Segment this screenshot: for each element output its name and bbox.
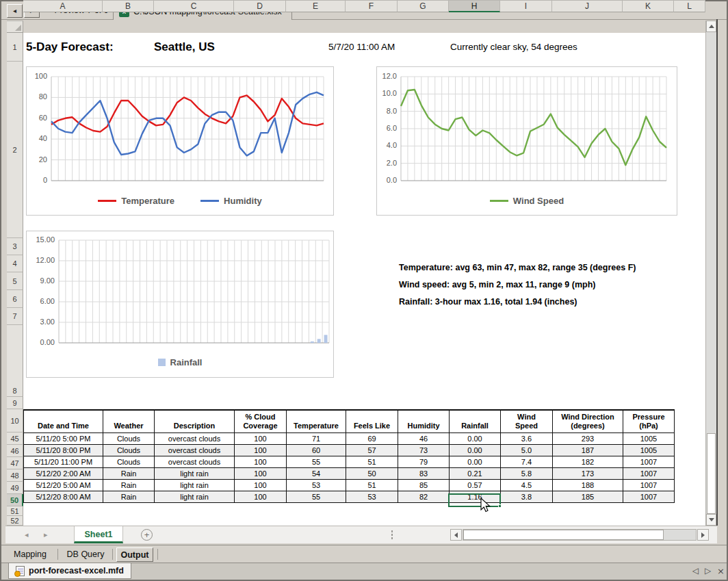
table-cell[interactable]: Clouds (103, 456, 155, 468)
table-cell[interactable]: 79 (398, 456, 450, 468)
table-cell[interactable]: 51 (346, 456, 398, 468)
table-cell[interactable]: 55 (287, 456, 346, 468)
horizontal-scrollbar[interactable] (463, 529, 697, 541)
table-header-cell[interactable]: WindSpeed (501, 411, 553, 433)
column-header-K[interactable]: K (623, 0, 674, 12)
table-cell[interactable]: 5/11/20 8:00 PM (24, 445, 103, 456)
table-cell[interactable]: Rain (103, 491, 155, 503)
table-cell[interactable]: 5.0 (501, 445, 553, 456)
row-header-51[interactable]: 51 (7, 506, 23, 516)
scroll-down-button[interactable] (706, 514, 716, 526)
row-header-5[interactable]: 5 (7, 272, 23, 290)
select-all-corner[interactable] (7, 21, 23, 33)
selected-cell-outline[interactable] (448, 493, 501, 507)
table-cell[interactable]: light rain (155, 480, 235, 491)
column-header-A[interactable]: A (23, 0, 103, 12)
table-cell[interactable]: 0.00 (450, 456, 501, 468)
table-cell[interactable]: 100 (235, 480, 287, 491)
table-cell[interactable]: 1007 (623, 491, 675, 503)
column-header-E[interactable]: E (286, 0, 346, 12)
table-cell[interactable]: 5/11/20 5:00 PM (24, 433, 103, 445)
table-cell[interactable]: 53 (287, 480, 346, 491)
fill-handle[interactable] (498, 504, 502, 508)
scroll-up-button[interactable] (706, 21, 716, 32)
table-cell[interactable]: 55 (287, 491, 346, 503)
row-header-10[interactable]: 10 (7, 409, 23, 432)
table-cell[interactable]: Clouds (103, 445, 155, 456)
row-header-9[interactable]: 9 (7, 397, 23, 409)
column-header-F[interactable]: F (346, 0, 398, 12)
sheet-nav-next-button[interactable]: ▸ (44, 530, 48, 539)
row-header-48[interactable]: 48 (7, 469, 23, 482)
table-cell[interactable]: 100 (235, 491, 287, 503)
table-header-cell[interactable]: Date and Time (24, 411, 103, 433)
table-cell[interactable]: 173 (553, 468, 623, 480)
scroll-left-button[interactable] (450, 529, 462, 541)
table-cell[interactable]: 1007 (623, 468, 675, 480)
table-cell[interactable]: 82 (398, 491, 450, 503)
row-header-4[interactable]: 4 (7, 255, 23, 272)
tab-output[interactable]: Output (116, 547, 153, 562)
add-sheet-button[interactable]: + (141, 529, 153, 541)
table-header-cell[interactable]: Description (155, 411, 235, 433)
table-cell[interactable]: 51 (346, 480, 398, 491)
row-header-45[interactable]: 45 (7, 432, 23, 445)
row-header-46[interactable]: 46 (7, 445, 23, 457)
table-cell[interactable]: 71 (287, 433, 346, 445)
table-cell[interactable]: 185 (553, 491, 623, 503)
row-header-3[interactable]: 3 (7, 238, 23, 255)
table-cell[interactable]: 73 (398, 445, 450, 456)
table-cell[interactable]: 46 (398, 433, 450, 445)
table-header-cell[interactable]: Temperature (287, 411, 346, 433)
vertical-scroll-thumb[interactable] (707, 433, 716, 514)
table-header-cell[interactable]: Wind Direction(degrees) (553, 411, 623, 433)
table-cell[interactable]: 100 (235, 468, 287, 480)
table-cell[interactable]: Rain (103, 468, 155, 480)
column-header-H[interactable]: H (449, 0, 500, 12)
row-header-7[interactable]: 7 (7, 308, 23, 325)
table-cell[interactable]: 85 (398, 480, 450, 491)
mfd-document-tab[interactable]: port-forecast-excel.mfd (8, 563, 131, 579)
table-cell[interactable]: 57 (346, 445, 398, 456)
table-cell[interactable]: 5/12/20 5:00 AM (24, 480, 103, 491)
row-header-50[interactable]: 50 (7, 494, 23, 506)
row-header-6[interactable]: 6 (7, 290, 23, 308)
table-cell[interactable]: 1005 (623, 445, 675, 456)
row-header-49[interactable]: 49 (7, 482, 23, 494)
table-cell[interactable]: 4.5 (501, 480, 553, 491)
sheet-tab-sheet1[interactable]: Sheet1 (74, 526, 123, 543)
table-cell[interactable]: 54 (287, 468, 346, 480)
column-header-D[interactable]: D (234, 0, 286, 12)
table-cell[interactable]: 0.00 (450, 445, 501, 456)
row-header-47[interactable]: 47 (7, 457, 23, 469)
vertical-scrollbar[interactable] (705, 21, 716, 526)
table-cell[interactable]: 5.8 (501, 468, 553, 480)
column-header-C[interactable]: C (154, 0, 234, 12)
doc-tabs-prev-button[interactable]: ◁ (692, 566, 699, 576)
table-header-cell[interactable]: Humidity (398, 411, 450, 433)
table-cell[interactable]: 100 (235, 433, 287, 445)
table-cell[interactable]: 293 (553, 433, 623, 445)
table-header-cell[interactable]: Rainfall (450, 411, 501, 433)
preview-prev-button[interactable]: ◂ (7, 4, 23, 18)
table-cell[interactable]: 100 (235, 456, 287, 468)
table-header-cell[interactable]: Weather (103, 411, 155, 433)
table-cell[interactable]: 5/12/20 8:00 AM (24, 491, 103, 503)
table-cell[interactable]: 1005 (623, 433, 675, 445)
table-cell[interactable]: 83 (398, 468, 450, 480)
table-cell[interactable]: 3.6 (501, 433, 553, 445)
column-header-G[interactable]: G (398, 0, 449, 12)
table-header-cell[interactable]: % CloudCoverage (235, 411, 287, 433)
splitter-grip[interactable] (391, 530, 393, 541)
table-cell[interactable]: 1007 (623, 456, 675, 468)
horizontal-scroll-thumb[interactable] (463, 530, 664, 540)
table-cell[interactable]: Clouds (103, 433, 155, 445)
row-header-52[interactable]: 52 (7, 516, 23, 526)
table-cell[interactable]: 60 (287, 445, 346, 456)
table-cell[interactable]: 5/11/20 11:00 PM (24, 456, 103, 468)
doc-tabs-next-button[interactable]: ▷ (705, 566, 711, 576)
tab-db-query[interactable]: DB Query (62, 547, 109, 562)
table-cell[interactable]: Rain (103, 480, 155, 491)
tab-mapping[interactable]: Mapping (5, 547, 55, 562)
table-cell[interactable]: overcast clouds (155, 433, 235, 445)
